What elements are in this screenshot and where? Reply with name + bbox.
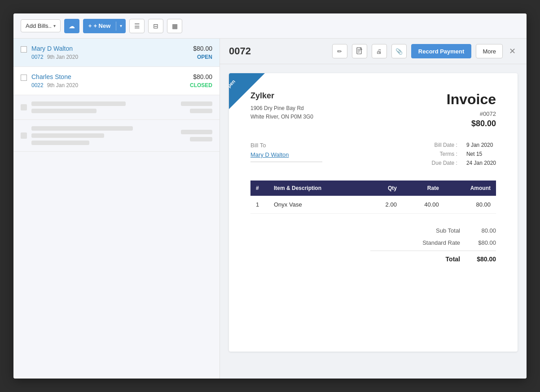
bill-number-1: 0072 [31,54,44,60]
bill-to-name[interactable]: Mary D Walton [250,151,322,158]
skeleton-line [181,130,212,134]
bill-status-1: OPEN [193,54,212,60]
bill-meta-right: Bill Date : 9 Jan 2020 Terms : Net 15 Du… [432,142,496,166]
col-header-description: Item & Description [268,181,365,196]
bill-info-2: Charles Stone 0022 9th Jan 2020 [31,73,185,88]
new-button-group[interactable]: + + New ▾ [83,19,126,33]
skeleton-line [190,137,212,141]
cloud-icon: ☁ [69,22,75,30]
skeleton-content-1 [31,101,176,113]
totals-table: Sub Total 80.00 Standard Rate $80.00 Tot… [370,225,496,265]
chevron-down-icon: ▾ [53,23,56,28]
bill-number-2: 0022 [31,82,44,88]
chevron-down-icon: ▾ [120,23,122,28]
print-icon: 🖨 [376,48,382,55]
standard-rate-label: Standard Rate [370,239,460,246]
invoice-num: #0072 [447,110,496,117]
bill-to-label: Bill To [250,142,322,149]
skeleton-content-2 [31,126,176,145]
calendar-view-button[interactable]: ▦ [167,19,182,33]
row-description: Onyx Vase [268,196,365,214]
invoice-title-block: Invoice #0072 $80.00 [447,91,496,128]
bill-to-block: Bill To Mary D Walton [250,142,322,166]
bill-amount-1: $80.00 [193,45,212,52]
skeleton-line [181,101,212,106]
row-num: 1 [250,196,268,214]
print-button[interactable]: 🖨 [372,44,387,58]
new-dropdown-button[interactable]: ▾ [116,19,126,33]
col-header-amount: Amount [444,181,496,196]
bill-date-1: 9th Jan 2020 [47,54,78,60]
pdf-button[interactable] [352,44,367,58]
record-payment-button[interactable]: Record Payment [411,44,472,58]
skeleton-row-1 [13,95,220,120]
invoice-paper: Open Zylker 1906 Dry Pine Bay Rd White R… [229,73,518,352]
bill-meta-2: 0022 9th Jan 2020 [31,82,185,88]
row-qty: 2.00 [365,196,402,214]
bill-name-1: Mary D Walton [31,45,189,52]
col-header-num: # [250,181,268,196]
table-row: 1 Onyx Vase 2.00 40.00 80.00 [250,196,496,214]
edit-icon: ✏ [337,48,342,55]
bill-name-2: Charles Stone [31,73,185,80]
total-label: Total [370,255,460,263]
bill-date-2: 9th Jan 2020 [47,82,78,88]
skeleton-line [190,109,212,113]
bill-details-section: Bill To Mary D Walton Bill Date : 9 Jan … [250,142,496,166]
add-bills-button[interactable]: Add Bills.. ▾ [21,19,61,32]
skeleton-row-2 [13,120,220,152]
skeleton-line [31,141,89,145]
row-amount: 80.00 [444,196,496,214]
due-date-value: 24 Jan 2020 [466,160,496,166]
top-bar: Add Bills.. ▾ ☁ + + New ▾ ☰ ⊟ ▦ [13,13,527,39]
row-rate: 40.00 [402,196,444,214]
invoice-header: Zylker 1906 Dry Pine Bay Rd White River,… [250,91,496,128]
left-panel: Mary D Walton 0072 9th Jan 2020 $80.00 O… [13,39,220,379]
standard-rate-row: Standard Rate $80.00 [370,237,496,249]
terms-value: Net 15 [466,151,496,157]
bill-amount-2: $80.00 [190,73,212,80]
skeleton-checkbox-2 [21,132,27,139]
subtotal-label: Sub Total [370,227,460,234]
bullets-view-button[interactable]: ⊟ [148,19,163,33]
skeleton-line [31,126,133,131]
terms-label: Terms : [432,151,457,157]
attach-icon: 📎 [395,48,403,55]
list-icon: ☰ [134,22,140,30]
plus-icon: + [88,22,92,29]
cloud-upload-button[interactable]: ☁ [64,19,79,33]
subtotal-value: 80.00 [460,227,496,234]
add-bills-label: Add Bills.. [26,22,52,29]
standard-rate-value: $80.00 [460,239,496,246]
list-view-button[interactable]: ☰ [129,19,145,33]
col-header-rate: Rate [402,181,444,196]
due-date-label: Due Date : [432,160,457,166]
bill-right-2: $80.00 CLOSED [190,73,212,88]
bill-checkbox-2[interactable] [21,75,27,81]
bill-date-label: Bill Date : [432,142,457,148]
col-header-qty: Qty [365,181,402,196]
subtotal-row: Sub Total 80.00 [370,225,496,237]
more-button[interactable]: More [476,44,503,58]
right-panel: 0072 ✏ 🖨 [220,39,527,379]
pdf-icon [356,47,363,56]
bill-item-2[interactable]: Charles Stone 0022 9th Jan 2020 $80.00 C… [13,67,220,95]
main-content: Mary D Walton 0072 9th Jan 2020 $80.00 O… [13,39,527,379]
bill-to-line [250,162,322,162]
skeleton-checkbox-1 [21,104,27,110]
invoice-body: Open Zylker 1906 Dry Pine Bay Rd White R… [220,64,527,379]
invoice-number-title: 0072 [229,45,328,57]
invoice-toolbar: 0072 ✏ 🖨 [220,39,527,64]
bullets-icon: ⊟ [153,22,158,30]
bill-checkbox-1[interactable] [21,46,27,53]
skeleton-line [31,109,97,113]
attach-button[interactable]: 📎 [391,44,407,58]
app-window: Add Bills.. ▾ ☁ + + New ▾ ☰ ⊟ ▦ [13,13,527,379]
new-main-button[interactable]: + + New [83,22,116,29]
new-label: + New [93,22,110,29]
total-row: Total $80.00 [370,251,496,265]
bill-item-1[interactable]: Mary D Walton 0072 9th Jan 2020 $80.00 O… [13,39,220,67]
edit-button[interactable]: ✏ [332,44,347,58]
invoice-total-header: $80.00 [447,119,496,128]
close-button[interactable]: ✕ [507,44,518,58]
